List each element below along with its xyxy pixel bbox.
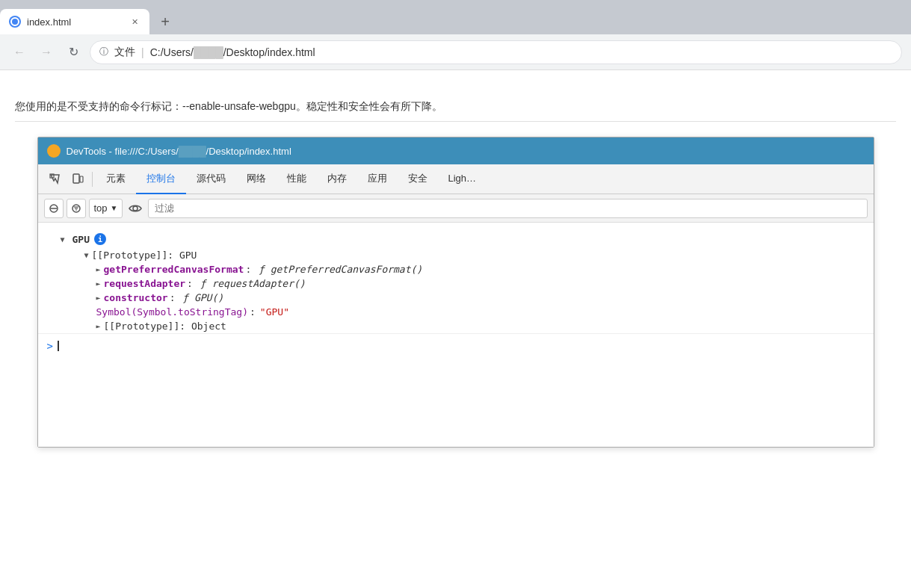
colon-3: :: [170, 292, 176, 303]
tab-security[interactable]: 安全: [398, 164, 438, 194]
tab-close-button[interactable]: ✕: [129, 16, 140, 28]
constructor-toggle[interactable]: ►: [96, 294, 101, 302]
prototype-toggle[interactable]: ▼: [84, 251, 89, 259]
method-toggle-2[interactable]: ►: [96, 279, 101, 288]
tab-bar: index.html ✕ +: [0, 0, 911, 34]
func-f-2: ƒ: [194, 278, 211, 289]
svg-rect-2: [80, 176, 83, 182]
warning-banner: 您使用的是不受支持的命令行标记：--enable-unsafe-webgpu。稳…: [15, 93, 896, 122]
tab-elements[interactable]: 元素: [96, 164, 136, 194]
devtools-favicon: [47, 144, 61, 158]
tab-network[interactable]: 网络: [236, 164, 277, 194]
prototype-obj-toggle[interactable]: ►: [96, 322, 101, 330]
devtools-titlebar: DevTools - file:///C:/Users/████/Desktop…: [38, 137, 874, 164]
symbol-colon: :: [250, 306, 256, 318]
tab-performance[interactable]: 性能: [277, 164, 317, 194]
symbol-key: Symbol(Symbol.toStringTag): [96, 306, 249, 318]
prompt-arrow-icon: >: [47, 340, 53, 352]
file-label: 文件: [114, 46, 135, 59]
console-output: ▼ GPU i ▼ [[Prototype]]: GPU ► getPrefer…: [38, 223, 874, 447]
symbol-line: Symbol(Symbol.toStringTag) : "GPU": [38, 305, 874, 319]
tab-memory[interactable]: 内存: [317, 164, 357, 194]
cursor-blink: [58, 341, 59, 351]
func-f-3: ƒ: [176, 292, 194, 303]
tab-lighthouse[interactable]: Ligh…: [438, 164, 487, 194]
request-adapter-line: ► requestAdapter : ƒ requestAdapter(): [38, 276, 874, 291]
active-tab[interactable]: index.html ✕: [0, 9, 149, 34]
func-sig-2: requestAdapter(): [211, 278, 305, 289]
address-separator: |: [141, 46, 144, 58]
svg-rect-1: [73, 174, 79, 183]
address-path: C:/Users/████/Desktop/index.html: [150, 46, 315, 58]
info-icon: ⓘ: [99, 46, 108, 58]
colon-1: :: [245, 264, 251, 275]
method-name-2: requestAdapter: [104, 278, 186, 289]
chevron-down-icon: ▼: [111, 204, 118, 212]
console-prompt[interactable]: >: [38, 333, 874, 358]
inspect-element-icon[interactable]: [44, 168, 67, 191]
live-expressions-button[interactable]: [126, 199, 145, 218]
func-f-1: ƒ: [253, 264, 270, 275]
constructor-line: ► constructor : ƒ GPU(): [38, 291, 874, 305]
new-tab-button[interactable]: +: [152, 9, 178, 34]
tab-title: index.html: [27, 16, 123, 28]
prototype-object-line: ► [[Prototype]]: Object: [38, 319, 874, 333]
tab-favicon: [9, 16, 21, 28]
context-selector[interactable]: top ▼: [89, 199, 123, 218]
tab-console[interactable]: 控制台: [136, 164, 186, 194]
gpu-label: GPU: [72, 234, 90, 245]
prototype-gpu-line: ▼ [[Prototype]]: GPU: [38, 248, 874, 262]
devtools-console-toolbar: top ▼: [38, 194, 874, 223]
device-toolbar-icon[interactable]: [67, 168, 89, 191]
func-sig-3: GPU(): [194, 292, 223, 303]
prototype-obj-text: [[Prototype]]: Object: [104, 321, 226, 332]
reload-button[interactable]: ↻: [63, 42, 84, 63]
page-content: 您使用的是不受支持的命令行标记：--enable-unsafe-webgpu。稳…: [0, 70, 911, 462]
tab-sources[interactable]: 源代码: [186, 164, 236, 194]
filter-toggle-button[interactable]: [67, 199, 86, 218]
filter-input[interactable]: [148, 199, 867, 218]
forward-button[interactable]: →: [36, 42, 57, 63]
devtools-title: DevTools - file:///C:/Users/████/Desktop…: [67, 146, 291, 157]
gpu-toggle-arrow[interactable]: ▼: [61, 235, 65, 244]
devtools-tabs-bar: 元素 控制台 源代码 网络 性能 内存 应用 安全: [38, 164, 874, 194]
func-sig-1: getPreferredCanvasFormat(): [271, 264, 423, 275]
symbol-value: "GPU": [260, 306, 289, 318]
svg-point-9: [133, 206, 138, 211]
colon-2: :: [187, 278, 193, 289]
tab-application[interactable]: 应用: [357, 164, 398, 194]
clear-console-button[interactable]: [44, 199, 64, 218]
nav-bar: ← → ↻ ⓘ 文件 | C:/Users/████/Desktop/index…: [0, 34, 911, 70]
get-preferred-canvas-format-line: ► getPreferredCanvasFormat : ƒ getPrefer…: [38, 262, 874, 276]
back-button[interactable]: ←: [9, 42, 30, 63]
devtools-window: DevTools - file:///C:/Users/████/Desktop…: [37, 137, 874, 448]
method-toggle-1[interactable]: ►: [96, 265, 101, 273]
tab-separator: [92, 172, 93, 187]
address-bar[interactable]: ⓘ 文件 | C:/Users/████/Desktop/index.html: [90, 40, 902, 64]
info-badge: i: [94, 233, 106, 245]
gpu-header-line: ▼ GPU i: [38, 229, 874, 248]
method-name-1: getPreferredCanvasFormat: [104, 264, 244, 275]
browser-chrome: index.html ✕ + ← → ↻ ⓘ 文件 | C:/Users/███…: [0, 0, 911, 70]
constructor-name: constructor: [104, 292, 168, 303]
prototype-text: [[Prototype]]: GPU: [92, 250, 197, 261]
